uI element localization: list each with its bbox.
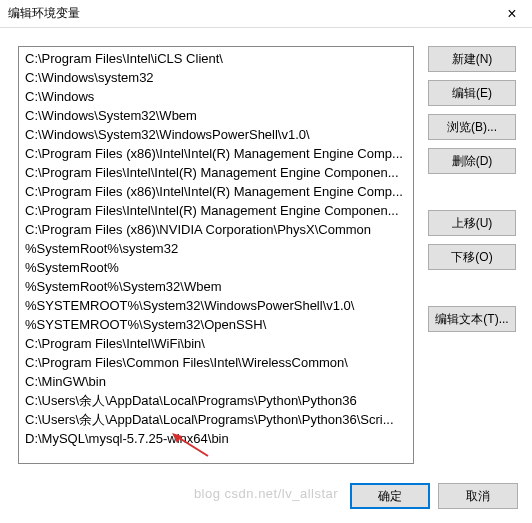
list-item[interactable]: %SystemRoot%\System32\Wbem [23,277,409,296]
list-item[interactable]: C:\Program Files\Intel\Intel(R) Manageme… [23,201,409,220]
move-up-button[interactable]: 上移(U) [428,210,516,236]
titlebar: 编辑环境变量 × [0,0,532,28]
list-item[interactable]: C:\Windows\system32 [23,68,409,87]
footer-buttons: 确定 取消 [350,483,518,509]
edit-button[interactable]: 编辑(E) [428,80,516,106]
list-item[interactable]: C:\Users\余人\AppData\Local\Programs\Pytho… [23,410,409,429]
move-down-button[interactable]: 下移(O) [428,244,516,270]
list-item[interactable]: C:\Program Files\Intel\WiFi\bin\ [23,334,409,353]
path-listbox[interactable]: C:\Program Files\Intel\iCLS Client\C:\Wi… [18,46,414,464]
list-item[interactable]: C:\Program Files\Intel\Intel(R) Manageme… [23,163,409,182]
list-item[interactable]: %SYSTEMROOT%\System32\WindowsPowerShell\… [23,296,409,315]
list-item[interactable]: C:\Windows\System32\Wbem [23,106,409,125]
list-item[interactable]: C:\Program Files\Common Files\Intel\Wire… [23,353,409,372]
content-area: C:\Program Files\Intel\iCLS Client\C:\Wi… [0,28,532,464]
delete-button[interactable]: 删除(D) [428,148,516,174]
list-item[interactable]: %SystemRoot% [23,258,409,277]
list-item[interactable]: C:\MinGW\bin [23,372,409,391]
list-item[interactable]: C:\Users\余人\AppData\Local\Programs\Pytho… [23,391,409,410]
browse-button[interactable]: 浏览(B)... [428,114,516,140]
edit-text-button[interactable]: 编辑文本(T)... [428,306,516,332]
cancel-button[interactable]: 取消 [438,483,518,509]
new-button[interactable]: 新建(N) [428,46,516,72]
list-item[interactable]: C:\Program Files (x86)\Intel\Intel(R) Ma… [23,182,409,201]
list-item[interactable]: C:\Program Files (x86)\Intel\Intel(R) Ma… [23,144,409,163]
close-icon[interactable]: × [492,0,532,28]
button-sidebar: 新建(N) 编辑(E) 浏览(B)... 删除(D) 上移(U) 下移(O) 编… [428,46,516,464]
list-item[interactable]: %SYSTEMROOT%\System32\OpenSSH\ [23,315,409,334]
list-item[interactable]: C:\Windows\System32\WindowsPowerShell\v1… [23,125,409,144]
window-title: 编辑环境变量 [8,5,80,22]
list-item[interactable]: C:\Program Files\Intel\iCLS Client\ [23,49,409,68]
watermark-text: blog csdn.net/lv_allstar [194,486,338,501]
list-item[interactable]: C:\Windows [23,87,409,106]
ok-button[interactable]: 确定 [350,483,430,509]
list-item[interactable]: D:\MySQL\mysql-5.7.25-winx64\bin [23,429,409,448]
list-item[interactable]: C:\Program Files (x86)\NVIDIA Corporatio… [23,220,409,239]
list-item[interactable]: %SystemRoot%\system32 [23,239,409,258]
